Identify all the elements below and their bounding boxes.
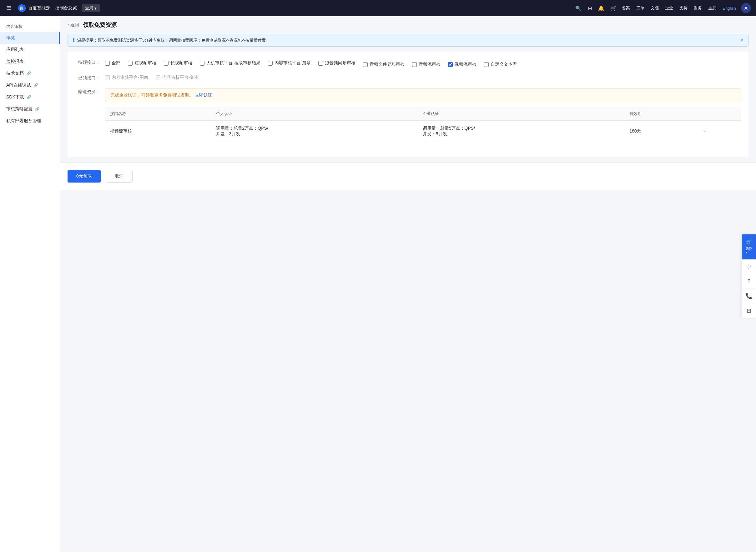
scope-selector[interactable]: 全局 ▾ (82, 4, 100, 12)
layout: 内容审核 概览 应用列表 监控报表 技术文档 🔗 API在线调试 🔗 SDK下载… (0, 16, 756, 552)
scope-label: 全局 (85, 5, 93, 11)
gift-banner: 完成企业认证，可领取更多免费测试资源。 立即认证 (105, 89, 741, 102)
external-link-icon: 🔗 (33, 83, 38, 88)
avatar[interactable]: A (741, 3, 751, 13)
received-item-image: ✓ 内容审核平台-图像 (105, 75, 148, 80)
nav-enterprise[interactable]: 企业 (665, 5, 673, 11)
external-link-icon: 🔗 (35, 107, 40, 111)
back-button[interactable]: ‹ 返回 (68, 22, 79, 28)
checkbox-all[interactable]: 全部 (105, 59, 120, 67)
nav-finance[interactable]: 财务 (694, 5, 702, 11)
sidebar-label-private-deploy: 私有部署服务管理 (6, 118, 41, 124)
sidebar-item-private-deploy[interactable]: 私有部署服务管理 (0, 115, 60, 127)
back-arrow-icon: ‹ (68, 22, 69, 27)
checkbox-all-label: 全部 (112, 60, 120, 66)
sidebar-section-title: 内容审核 (0, 21, 60, 32)
checkbox-custom-text[interactable]: 自定义文本库 (484, 61, 517, 67)
checkbox-short-audio[interactable]: 短音频同步审核 (318, 59, 356, 67)
nav-ecosystem[interactable]: 生态 (708, 5, 716, 11)
back-label: 返回 (70, 22, 79, 28)
sidebar-item-app-list[interactable]: 应用列表 (0, 44, 60, 56)
col-name: 接口名称 (105, 107, 211, 121)
menu-icon[interactable]: ☰ (5, 3, 12, 13)
notification-button[interactable]: 🔔 (598, 5, 604, 11)
float-cart-button[interactable]: 🛒 购物车 (742, 235, 756, 260)
cancel-button[interactable]: 取消 (106, 170, 133, 182)
cell-delete[interactable]: × (698, 121, 741, 142)
sidebar-label-api-debug: API在线调试 (6, 83, 31, 88)
checkbox-audio-file[interactable]: 音频文件异步审核 (363, 61, 405, 67)
checkbox-video-stream[interactable]: 视频流审核 (448, 61, 477, 67)
gift-resources-row: 赠送资源： 完成企业认证，可领取更多免费测试资源。 立即认证 接口名称 个人认证… (75, 89, 741, 142)
sidebar-item-monitor[interactable]: 监控报表 (0, 56, 60, 67)
nav-support[interactable]: 支持 (679, 5, 687, 11)
checkbox-audio-stream-input[interactable] (412, 62, 417, 67)
received-interfaces-row: 已领接口： ✓ 内容审核平台-图像 ✓ 内容审核平台-文本 (75, 75, 741, 81)
sidebar-label-overview: 概览 (6, 35, 15, 41)
checkbox-short-audio-input[interactable] (318, 61, 323, 65)
cell-enterprise: 调用量：总量5万点；QPS/并发：5并发 (418, 121, 624, 142)
sidebar-label-sdk-download: SDK下载 (6, 95, 24, 100)
checkbox-short-video-input[interactable] (128, 61, 133, 65)
search-button[interactable]: 🔍 (575, 5, 582, 11)
verify-link[interactable]: 立即认证 (195, 93, 212, 98)
sidebar-item-sdk-download[interactable]: SDK下载 🔗 (0, 91, 60, 103)
cell-name: 视频流审核 (105, 121, 211, 142)
received-checkbox-text: ✓ (156, 75, 160, 80)
sidebar-item-api-debug[interactable]: API在线调试 🔗 (0, 80, 60, 91)
checkbox-short-video[interactable]: 短视频审核 (128, 59, 156, 67)
checkbox-human-review[interactable]: 人机审核平台-拉取审核结果 (200, 59, 260, 67)
nav-filing[interactable]: 备案 (622, 5, 630, 11)
checkbox-short-video-label: 短视频审核 (134, 60, 156, 66)
checkbox-custom-text-input[interactable] (484, 62, 489, 67)
sidebar-item-tech-docs[interactable]: 技术文档 🔗 (0, 67, 60, 80)
received-checkbox-image: ✓ (105, 75, 110, 80)
received-item-text: ✓ 内容审核平台-文本 (156, 75, 199, 80)
table-row: 视频流审核 调用量：总量2万点；QPS/并发：3并发 调用量：总量5万点；QPS… (105, 121, 741, 142)
checkbox-long-video-label: 长视频审核 (170, 60, 192, 66)
apps-float-icon: ⊞ (747, 307, 751, 314)
float-favorite-button[interactable]: ♡ (742, 260, 756, 274)
submit-button[interactable]: 0元领取 (68, 170, 101, 182)
received-label: 已领接口： (75, 75, 100, 81)
checkbox-all-input[interactable] (105, 61, 110, 65)
checkbox-long-video[interactable]: 长视频审核 (164, 59, 192, 67)
checkbox-long-video-input[interactable] (164, 61, 168, 65)
checkbox-content-chapter-input[interactable] (268, 61, 273, 65)
sidebar: 内容审核 概览 应用列表 监控报表 技术文档 🔗 API在线调试 🔗 SDK下载… (0, 16, 60, 552)
nav-ticket[interactable]: 工单 (636, 5, 644, 11)
info-icon: ℹ (73, 37, 75, 43)
nav-english[interactable]: English (723, 6, 736, 11)
notice-text: 温馨提示：领取的免费测试资源将于5分钟内生效；调用量扣费顺序：免费测试资源->资… (77, 37, 738, 43)
sidebar-label-policy-config: 审核策略配置 (6, 106, 32, 112)
float-apps-button[interactable]: ⊞ (742, 303, 756, 318)
checkbox-audio-file-input[interactable] (363, 62, 368, 67)
baidu-logo-icon: 百 (17, 4, 26, 12)
main-content: ‹ 返回 领取免费资源 ℹ 温馨提示：领取的免费测试资源将于5分钟内生效；调用量… (60, 16, 756, 552)
heart-icon: ♡ (746, 264, 751, 270)
notice-close-button[interactable]: × (740, 37, 743, 43)
cell-personal: 调用量：总量2万点；QPS/并发：3并发 (211, 121, 418, 142)
pending-label: 待领接口： (75, 59, 100, 67)
navbar: ☰ 百 百度智能云 控制台总览 全局 ▾ 🔍 ⊞ 🔔 🛒 备案 工单 文档 企业… (0, 0, 756, 16)
checkbox-content-chapter[interactable]: 内容审核平台-篇章 (268, 59, 311, 67)
page-title: 领取免费资源 (83, 21, 117, 29)
sidebar-item-overview[interactable]: 概览 (0, 32, 60, 44)
nav-docs[interactable]: 文档 (651, 5, 659, 11)
phone-icon: 📞 (745, 293, 752, 299)
sidebar-label-app-list: 应用列表 (6, 47, 24, 52)
cart-button[interactable]: 🛒 (611, 5, 617, 11)
sidebar-item-policy-config[interactable]: 审核策略配置 🔗 (0, 103, 60, 115)
external-link-icon: 🔗 (26, 71, 31, 76)
checkbox-video-stream-label: 视频流审核 (455, 61, 477, 67)
float-help-button[interactable]: ? (742, 274, 756, 289)
checkbox-video-stream-input[interactable] (448, 62, 453, 67)
float-phone-button[interactable]: 📞 (742, 289, 756, 303)
delete-row-button[interactable]: × (703, 128, 706, 134)
checkbox-content-chapter-label: 内容审核平台-篇章 (274, 60, 311, 66)
sidebar-label-monitor: 监控报表 (6, 59, 24, 64)
checkbox-human-review-input[interactable] (200, 61, 205, 65)
checkbox-audio-stream[interactable]: 音频流审核 (412, 61, 440, 67)
question-icon: ? (747, 278, 750, 285)
apps-button[interactable]: ⊞ (588, 5, 592, 11)
